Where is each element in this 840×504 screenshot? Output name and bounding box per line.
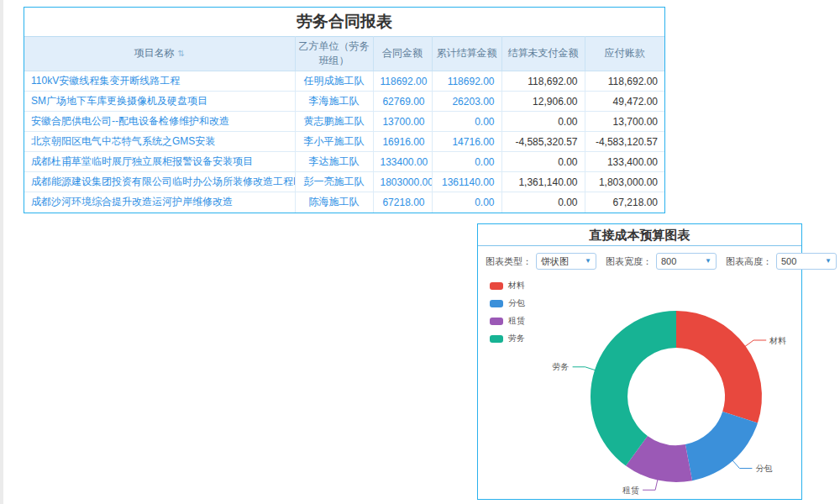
- settled-amount-cell: 0.00: [432, 112, 501, 132]
- col-header-unpaid: 结算未支付金额: [501, 37, 585, 71]
- chart-type-control: 图表类型： 饼状图 ▼: [486, 253, 596, 270]
- donut-label: 材料: [769, 336, 786, 345]
- donut-chart: 材料分包租赁劳务: [478, 271, 801, 500]
- table-row: 成都能源建设集团投资有限公司临时办公场所装修改造工程EPC彭一亮施工队18030…: [24, 172, 664, 192]
- donut-label-line: [744, 340, 766, 347]
- caret-down-icon: ▼: [585, 258, 591, 265]
- settled-amount-cell: 1361140.00: [432, 172, 501, 192]
- project-link[interactable]: 110kV安徽线程集变开断线路工程: [24, 71, 295, 92]
- payable-amount-cell: 13,700.00: [585, 112, 664, 132]
- chart-width-control: 图表宽度： 800 ▼: [606, 253, 717, 270]
- chart-panel: 直接成本预算图表 图表类型： 饼状图 ▼ 图表宽度： 800 ▼ 图表高度： 5…: [477, 223, 802, 500]
- donut-label-line: [643, 479, 658, 491]
- unpaid-amount-cell: 12,906.00: [501, 92, 585, 112]
- project-link[interactable]: 北京朝阳区电气中芯特气系统之GMS安装: [24, 132, 295, 152]
- unpaid-amount-cell: 0.00: [501, 152, 585, 172]
- report-title: 劳务合同报表: [24, 8, 664, 36]
- settled-amount-cell: 26203.00: [432, 92, 501, 112]
- table-row: 北京朝阳区电气中芯特气系统之GMS安装李小平施工队16916.0014716.0…: [24, 132, 664, 152]
- table-header-row: 项目名称⇅ 乙方单位（劳务班组） 合同金额 累计结算金额 结算未支付金额 应付账…: [24, 37, 664, 71]
- team-cell: 黄志鹏施工队: [295, 112, 373, 132]
- chart-type-select[interactable]: 饼状图 ▼: [536, 253, 596, 270]
- team-cell: 李海施工队: [295, 92, 373, 112]
- col-header-payable: 应付账款: [585, 37, 664, 71]
- donut-label-line: [732, 459, 752, 469]
- table-row: 安徽合肥供电公司--配电设备检修维护和改造黄志鹏施工队13700.000.000…: [24, 112, 664, 132]
- col-header-payable-label: 应付账款: [605, 47, 645, 59]
- col-header-project[interactable]: 项目名称⇅: [24, 37, 295, 71]
- contract-amount-cell: 1803000.00: [373, 172, 432, 192]
- sort-icon[interactable]: ⇅: [178, 49, 185, 58]
- col-header-contract: 合同金额: [373, 37, 432, 71]
- donut-segment[interactable]: [676, 311, 762, 423]
- col-header-settled-label: 累计结算金额: [437, 47, 497, 59]
- contract-amount-cell: 67218.00: [373, 192, 432, 213]
- chart-height-label: 图表高度：: [726, 255, 772, 268]
- unpaid-amount-cell: 1,361,140.00: [501, 172, 585, 192]
- report-table-body: 110kV安徽线程集变开断线路工程任明成施工队118692.00118692.0…: [24, 71, 664, 213]
- team-cell: 李达施工队: [295, 152, 373, 172]
- col-header-team: 乙方单位（劳务班组）: [295, 37, 373, 71]
- chart-controls: 图表类型： 饼状图 ▼ 图表宽度： 800 ▼ 图表高度： 500 ▼: [478, 246, 801, 275]
- team-cell: 李小平施工队: [295, 132, 373, 152]
- chart-type-value: 饼状图: [541, 255, 569, 268]
- chart-type-label: 图表类型：: [486, 255, 532, 268]
- donut-segment[interactable]: [685, 412, 758, 480]
- chart-width-value: 800: [661, 256, 676, 266]
- payable-amount-cell: 118,692.00: [585, 71, 664, 92]
- chart-height-control: 图表高度： 500 ▼: [726, 253, 837, 270]
- donut-label: 劳务: [553, 362, 570, 371]
- donut-label-line: [573, 367, 596, 370]
- col-header-project-label: 项目名称: [134, 47, 175, 59]
- settled-amount-cell: 0.00: [432, 192, 501, 213]
- payable-amount-cell: 67,218.00: [585, 192, 664, 213]
- page: { "report": { "title": "劳务合同报表", "column…: [0, 0, 840, 504]
- donut-label: 分包: [755, 464, 772, 473]
- table-row: 成都杜甫草堂临时展厅独立展柜报警设备安装项目李达施工队133400.000.00…: [24, 152, 664, 172]
- page-left-gutter: [0, 0, 3, 504]
- settled-amount-cell: 14716.00: [432, 132, 501, 152]
- unpaid-amount-cell: 118,692.00: [501, 71, 585, 92]
- payable-amount-cell: 1,803,000.00: [585, 172, 664, 192]
- project-link[interactable]: 成都能源建设集团投资有限公司临时办公场所装修改造工程EPC: [24, 172, 295, 192]
- report-table: 项目名称⇅ 乙方单位（劳务班组） 合同金额 累计结算金额 结算未支付金额 应付账…: [24, 36, 664, 213]
- col-header-settled: 累计结算金额: [432, 37, 501, 71]
- report-panel: 劳务合同报表 项目名称⇅ 乙方单位（劳务班组） 合同金额 累计结算金额 结算未支…: [24, 7, 665, 213]
- col-header-contract-label: 合同金额: [382, 47, 423, 59]
- col-header-team-label: 乙方单位（劳务班组）: [299, 40, 370, 66]
- project-link[interactable]: 成都杜甫草堂临时展厅独立展柜报警设备安装项目: [24, 152, 295, 172]
- contract-amount-cell: 13700.00: [373, 112, 432, 132]
- chart-height-value: 500: [781, 256, 796, 266]
- chart-width-label: 图表宽度：: [606, 255, 652, 268]
- contract-amount-cell: 16916.00: [373, 132, 432, 152]
- unpaid-amount-cell: -4,585,320.57: [501, 132, 585, 152]
- team-cell: 陈海施工队: [295, 192, 373, 213]
- donut-segment[interactable]: [591, 311, 676, 466]
- table-row: 成都沙河环境综合提升改造运河护岸维修改造陈海施工队67218.000.000.0…: [24, 192, 664, 213]
- team-cell: 任明成施工队: [295, 71, 373, 92]
- chart-height-select[interactable]: 500 ▼: [776, 253, 837, 270]
- contract-amount-cell: 133400.00: [373, 152, 432, 172]
- payable-amount-cell: 49,472.00: [585, 92, 664, 112]
- team-cell: 彭一亮施工队: [295, 172, 373, 192]
- donut-label: 租赁: [622, 486, 639, 495]
- contract-amount-cell: 62769.00: [373, 92, 432, 112]
- caret-down-icon: ▼: [705, 258, 711, 265]
- col-header-unpaid-label: 结算未支付金额: [508, 47, 579, 59]
- caret-down-icon: ▼: [825, 258, 832, 265]
- chart-width-select[interactable]: 800 ▼: [656, 253, 717, 270]
- payable-amount-cell: 133,400.00: [585, 152, 664, 172]
- table-row: SM广场地下车库更换摄像机及硬盘项目李海施工队62769.0026203.001…: [24, 92, 664, 112]
- chart-title: 直接成本预算图表: [478, 224, 801, 246]
- project-link[interactable]: 安徽合肥供电公司--配电设备检修维护和改造: [24, 112, 295, 132]
- project-link[interactable]: SM广场地下车库更换摄像机及硬盘项目: [24, 92, 295, 112]
- project-link[interactable]: 成都沙河环境综合提升改造运河护岸维修改造: [24, 192, 295, 213]
- table-row: 110kV安徽线程集变开断线路工程任明成施工队118692.00118692.0…: [24, 71, 664, 92]
- settled-amount-cell: 0.00: [432, 152, 501, 172]
- settled-amount-cell: 118692.00: [432, 71, 501, 92]
- payable-amount-cell: -4,583,120.57: [585, 132, 664, 152]
- contract-amount-cell: 118692.00: [373, 71, 432, 92]
- unpaid-amount-cell: 0.00: [501, 112, 585, 132]
- unpaid-amount-cell: 0.00: [501, 192, 585, 213]
